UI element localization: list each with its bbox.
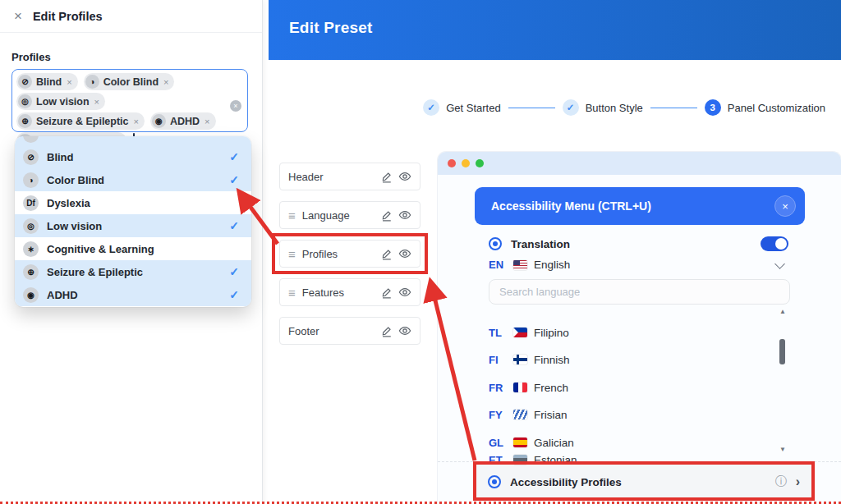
step-connector — [508, 108, 555, 108]
section-label: Header — [288, 171, 374, 183]
translation-label: Translation — [511, 238, 751, 250]
step-label: Get Started — [446, 102, 500, 114]
philippines-flag-icon — [513, 328, 527, 337]
browser-chrome-bar — [438, 152, 841, 175]
dropdown-item-label: ADHD — [47, 289, 221, 301]
check-icon: ✓ — [229, 150, 239, 163]
language-list-scrollbar[interactable]: ▲ ▼ — [778, 308, 788, 454]
edit-profiles-header: × Edit Profiles — [0, 0, 262, 33]
scroll-down-icon[interactable]: ▼ — [778, 446, 788, 454]
edit-pencil-icon[interactable] — [380, 209, 393, 222]
selected-language-row[interactable]: EN English — [489, 259, 788, 271]
dropdown-item-cognitive-learning[interactable]: ∗ Cognitive & Learning — [15, 237, 251, 260]
remove-tag-icon[interactable]: × — [163, 77, 168, 87]
language-name: English — [534, 259, 570, 271]
translation-toggle[interactable] — [761, 236, 788, 251]
language-row-french[interactable]: FR French — [489, 380, 568, 395]
scroll-up-icon[interactable]: ▲ — [778, 308, 788, 316]
edit-pencil-icon[interactable] — [380, 325, 393, 337]
remove-tag-icon[interactable]: × — [67, 77, 71, 87]
language-name: Frisian — [534, 409, 568, 421]
visibility-eye-icon[interactable] — [398, 324, 411, 337]
language-code: FY — [489, 409, 507, 421]
dropdown-item-label: Cognitive & Learning — [47, 243, 239, 255]
page-title: Edit Preset — [289, 19, 372, 37]
edit-pencil-icon[interactable] — [380, 286, 393, 299]
low-vision-icon: ◎ — [18, 94, 32, 108]
language-row-filipino[interactable]: TL Filipino — [489, 325, 569, 340]
step-button-style[interactable]: ✓ Button Style — [563, 99, 643, 116]
section-label: Language — [302, 209, 374, 222]
translation-row: Translation — [489, 236, 788, 251]
language-name: Galician — [534, 437, 574, 449]
tag-adhd[interactable]: ◉ ADHD × — [150, 112, 216, 130]
profiles-multiselect-input[interactable]: ⊘ Blind × ◑ Color Blind × ◎ Low vision ×… — [11, 69, 248, 132]
chevron-down-icon[interactable] — [774, 259, 785, 269]
section-row-header[interactable]: Header — [279, 163, 420, 190]
language-row-finnish[interactable]: FI Finnish — [489, 352, 570, 367]
blind-icon: ⊘ — [18, 75, 32, 89]
panel-title: Edit Profiles — [33, 10, 103, 23]
language-row-frisian[interactable]: FY Frisian — [489, 407, 568, 422]
preview-window: Accessibility Menu (CTRL+U) × Translatio… — [438, 152, 841, 504]
dropdown-item-dyslexia[interactable]: Df Dyslexia — [15, 191, 251, 214]
step-check-icon: ✓ — [563, 99, 579, 116]
partial-item-icon — [23, 136, 39, 143]
remove-tag-icon[interactable]: × — [205, 117, 209, 126]
drag-handle-icon[interactable]: ≡ — [288, 286, 296, 299]
dropdown-item-label: Seizure & Epileptic — [47, 266, 221, 278]
tag-low-vision[interactable]: ◎ Low vision × — [16, 93, 105, 110]
highlight-box-profiles-section — [272, 233, 428, 274]
visibility-eye-icon[interactable] — [398, 170, 411, 183]
galicia-flag-icon — [513, 438, 527, 447]
tag-label: Blind — [36, 76, 62, 88]
tag-color-blind[interactable]: ◑ Color Blind × — [84, 73, 175, 90]
language-code: TL — [489, 327, 507, 339]
close-icon[interactable]: × — [14, 9, 22, 23]
remove-tag-icon[interactable]: × — [94, 97, 99, 107]
window-maximize-dot-icon — [476, 159, 484, 167]
step-check-icon: ✓ — [423, 99, 439, 116]
color-blind-icon: ◑ — [23, 172, 39, 188]
close-menu-button[interactable]: × — [774, 195, 796, 217]
drag-handle-icon[interactable]: ≡ — [288, 209, 296, 222]
visibility-eye-icon[interactable] — [398, 208, 411, 222]
check-icon: ✓ — [229, 173, 239, 186]
tag-label: ADHD — [170, 116, 200, 127]
visibility-eye-icon[interactable] — [398, 286, 411, 299]
tag-label: Low vision — [36, 96, 90, 108]
tag-blind[interactable]: ⊘ Blind × — [16, 73, 78, 90]
section-label: Footer — [288, 325, 374, 337]
step-panel-customization[interactable]: 3 Panel Customization — [705, 99, 825, 116]
tag-seizure-epileptic[interactable]: ⊕ Seizure & Epileptic × — [16, 112, 145, 130]
dropdown-partial-item — [15, 136, 251, 145]
section-row-footer[interactable]: Footer — [279, 317, 420, 345]
language-row-galician[interactable]: GL Galician — [489, 435, 574, 450]
edit-pencil-icon[interactable] — [380, 171, 393, 183]
scrollbar-thumb[interactable] — [779, 339, 785, 364]
blind-icon: ⊘ — [23, 149, 39, 165]
language-code: EN — [489, 259, 507, 271]
language-code: FR — [489, 382, 507, 394]
step-number: 3 — [705, 99, 721, 116]
window-minimize-dot-icon — [462, 159, 470, 167]
edit-profiles-panel: × Edit Profiles Profiles ⊘ Blind × ◑ Col… — [0, 0, 263, 504]
section-row-features[interactable]: ≡ Features — [279, 278, 420, 306]
dropdown-item-blind[interactable]: ⊘ Blind ✓ — [15, 145, 251, 168]
dropdown-item-low-vision[interactable]: ◎ Low vision ✓ — [15, 214, 251, 237]
check-icon: ✓ — [229, 265, 239, 278]
search-language-input[interactable] — [489, 279, 790, 305]
remove-tag-icon[interactable]: × — [134, 117, 139, 126]
us-flag-icon — [513, 260, 527, 270]
dropdown-item-adhd[interactable]: ◉ ADHD ✓ — [15, 283, 251, 306]
tag-label: Seizure & Epileptic — [36, 116, 129, 127]
clear-all-icon[interactable]: × — [230, 100, 241, 112]
highlight-box-accessibility-profiles — [473, 461, 815, 501]
dropdown-item-color-blind[interactable]: ◑ Color Blind ✓ — [15, 168, 251, 191]
step-get-started[interactable]: ✓ Get Started — [423, 99, 500, 116]
section-row-language[interactable]: ≡ Language — [279, 201, 420, 229]
dropdown-item-seizure-epileptic[interactable]: ⊕ Seizure & Epileptic ✓ — [15, 260, 251, 283]
profiles-field-label: Profiles — [11, 51, 51, 63]
language-name: Finnish — [534, 354, 570, 366]
language-name: French — [534, 382, 568, 394]
